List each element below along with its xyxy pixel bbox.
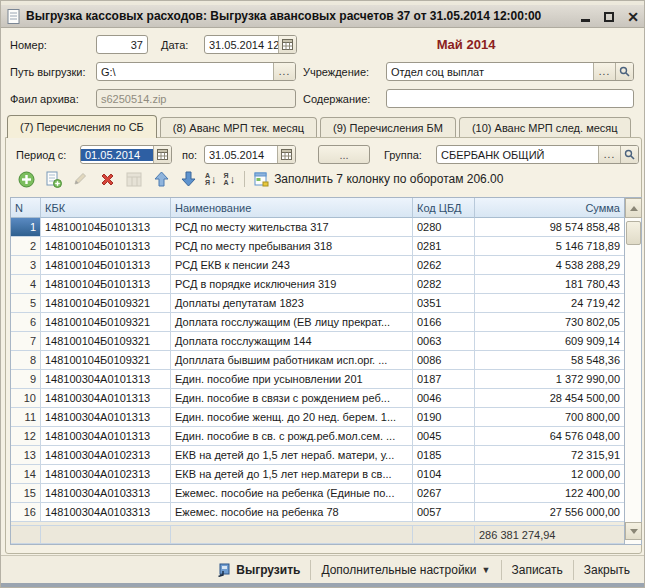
table-row[interactable]: 12148100304А0101313Един. пособие в св. с… (11, 427, 641, 446)
column-header[interactable]: Сумма (475, 198, 625, 218)
table-row[interactable]: 2148100104Б0101313РСД по месту пребывани… (11, 237, 641, 256)
table-cell[interactable]: 11 (11, 408, 41, 427)
table-cell[interactable]: 148100104Б0101313 (41, 256, 171, 275)
table-row[interactable]: 6148100104Б0109321Доплата госслужащим (Е… (11, 313, 641, 332)
table-cell[interactable]: 148100304А0103313 (41, 503, 171, 522)
vertical-scrollbar[interactable] (624, 198, 641, 544)
table-row[interactable]: 15148100304А0103313Ежемес. пособие на ре… (11, 484, 641, 503)
table-cell[interactable]: 148100104Б0101313 (41, 218, 171, 237)
table-row[interactable]: 11148100304А0101313Един. пособие женщ. д… (11, 408, 641, 427)
group-search-button[interactable] (620, 146, 638, 163)
copy-row-button[interactable] (43, 170, 63, 188)
table-cell[interactable]: 148100304А0101313 (41, 427, 171, 446)
move-up-button[interactable] (151, 170, 171, 188)
tab-8[interactable]: (8) Аванс МРП тек. месяц (160, 117, 317, 138)
table-cell[interactable]: 5 146 718,89 (475, 237, 625, 256)
table-row[interactable]: 5148100104Б0109321Доплаты депутатам 1823… (11, 294, 641, 313)
table-cell[interactable]: Доплата госслужащим 144 (171, 332, 413, 351)
table-cell[interactable]: 4 (11, 275, 41, 294)
table-cell[interactable]: Един. пособие женщ. до 20 нед. берем. 1.… (171, 408, 413, 427)
table-cell[interactable]: Един. пособие в связи с рождением реб... (171, 389, 413, 408)
table-cell[interactable]: Ежемес. пособие на ребенка 78 (171, 503, 413, 522)
table-cell[interactable]: 148100304А0103313 (41, 484, 171, 503)
table-row[interactable]: 10148100304А0101313Един. пособие в связи… (11, 389, 641, 408)
table-cell[interactable]: 12 (11, 427, 41, 446)
column-header[interactable]: Наименование (171, 198, 413, 218)
period-range-button[interactable]: ... (318, 145, 370, 164)
add-row-button[interactable] (16, 170, 36, 188)
table-cell[interactable]: 58 548,36 (475, 351, 625, 370)
column-header[interactable]: Код ЦБД (413, 198, 475, 218)
table-cell[interactable]: 12 000,00 (475, 465, 625, 484)
group-browse-button[interactable]: ... (598, 146, 620, 163)
scroll-down-button[interactable] (625, 522, 642, 540)
table-cell[interactable]: Доплаты депутатам 1823 (171, 294, 413, 313)
data-table[interactable]: NКБКНаименованиеКод ЦБДСумма 1148100104Б… (10, 197, 642, 545)
table-row[interactable]: 3148100104Б0101313РСД ЕКВ к пенсии 24302… (11, 256, 641, 275)
table-cell[interactable]: 64 576 048,00 (475, 427, 625, 446)
table-cell[interactable]: Един. пособие при усыновлении 201 (171, 370, 413, 389)
table-cell[interactable]: 148100104Б0109321 (41, 294, 171, 313)
table-cell[interactable]: 0086 (413, 351, 475, 370)
table-cell[interactable]: Ежемес. пособие на ребенка (Единые по... (171, 484, 413, 503)
table-cell[interactable]: 0187 (413, 370, 475, 389)
table-cell[interactable]: 0190 (413, 408, 475, 427)
table-cell[interactable]: РСД по месту жительства 317 (171, 218, 413, 237)
table-cell[interactable]: 122 400,00 (475, 484, 625, 503)
table-cell[interactable]: 730 802,05 (475, 313, 625, 332)
table-cell[interactable]: 24 719,42 (475, 294, 625, 313)
table-cell[interactable]: 148100104Б0109321 (41, 313, 171, 332)
delete-row-button[interactable] (97, 170, 117, 188)
table-cell[interactable]: 148100104Б0109321 (41, 332, 171, 351)
table-cell[interactable]: 148100304А0102313 (41, 465, 171, 484)
table-cell[interactable]: 16 (11, 503, 41, 522)
table-cell[interactable]: 0104 (413, 465, 475, 484)
table-cell[interactable]: 72 315,91 (475, 446, 625, 465)
table-cell[interactable]: РСД ЕКВ к пенсии 243 (171, 256, 413, 275)
table-cell[interactable]: 0351 (413, 294, 475, 313)
table-cell[interactable]: 1 372 990,00 (475, 370, 625, 389)
table-cell[interactable]: 4 538 288,29 (475, 256, 625, 275)
table-cell[interactable]: ЕКВ на детей до 1,5 лет нераб. матери, у… (171, 446, 413, 465)
tab-7[interactable]: (7) Перечисления по СБ (7, 115, 157, 138)
table-cell[interactable]: 0281 (413, 237, 475, 256)
table-cell[interactable]: 0282 (413, 275, 475, 294)
tab-9[interactable]: (9) Перечисления БМ (320, 117, 456, 138)
table-cell[interactable]: Доплата госслужащим (ЕВ лицу прекрат... (171, 313, 413, 332)
additional-settings-button[interactable]: Дополнительные настройки ▼ (310, 560, 500, 580)
table-cell[interactable]: 5 (11, 294, 41, 313)
title-bar[interactable]: Выгрузка кассовых расходов: Выгрузка ава… (1, 5, 645, 28)
column-header[interactable]: КБК (41, 198, 171, 218)
table-cell[interactable]: 0166 (413, 313, 475, 332)
table-row[interactable]: 13148100304А0102313ЕКВ на детей до 1,5 л… (11, 446, 641, 465)
date-field[interactable]: 31.05.2014 12 (204, 35, 297, 54)
table-cell[interactable]: 181 780,43 (475, 275, 625, 294)
table-cell[interactable]: 0057 (413, 503, 475, 522)
close-button[interactable]: ✕ (626, 10, 640, 22)
table-row[interactable]: 14148100304А0102313ЕКВ на детей до 1,5 л… (11, 465, 641, 484)
table-cell[interactable]: Допллата бывшим работникам исп.орг. ... (171, 351, 413, 370)
move-down-button[interactable] (178, 170, 198, 188)
table-cell[interactable]: 700 800,00 (475, 408, 625, 427)
table-cell[interactable]: 14 (11, 465, 41, 484)
table-cell[interactable]: 2 (11, 237, 41, 256)
period-from-field[interactable]: 01.05.2014 (80, 145, 172, 164)
table-cell[interactable]: 7 (11, 332, 41, 351)
close-form-button[interactable]: Закрыть (573, 560, 640, 580)
sort-ascending-button[interactable]: АЯ ↓ (205, 172, 217, 186)
table-cell[interactable]: 148100304А0101313 (41, 408, 171, 427)
table-cell[interactable]: 15 (11, 484, 41, 503)
period-to-field[interactable]: 31.05.2014 (204, 145, 296, 164)
table-row[interactable]: 7148100104Б0109321Доплата госслужащим 14… (11, 332, 641, 351)
maximize-button[interactable] (602, 10, 616, 22)
institution-search-button[interactable] (615, 63, 633, 80)
table-cell[interactable]: 28 454 500,00 (475, 389, 625, 408)
table-cell[interactable]: 3 (11, 256, 41, 275)
export-path-field[interactable]: G:\ ... (96, 62, 296, 81)
table-cell[interactable]: 0045 (413, 427, 475, 446)
table-cell[interactable]: 13 (11, 446, 41, 465)
table-cell[interactable]: 148100304А0101313 (41, 370, 171, 389)
number-field[interactable]: 37 (96, 35, 148, 54)
table-cell[interactable]: 8 (11, 351, 41, 370)
save-button[interactable]: Записать (501, 560, 573, 580)
